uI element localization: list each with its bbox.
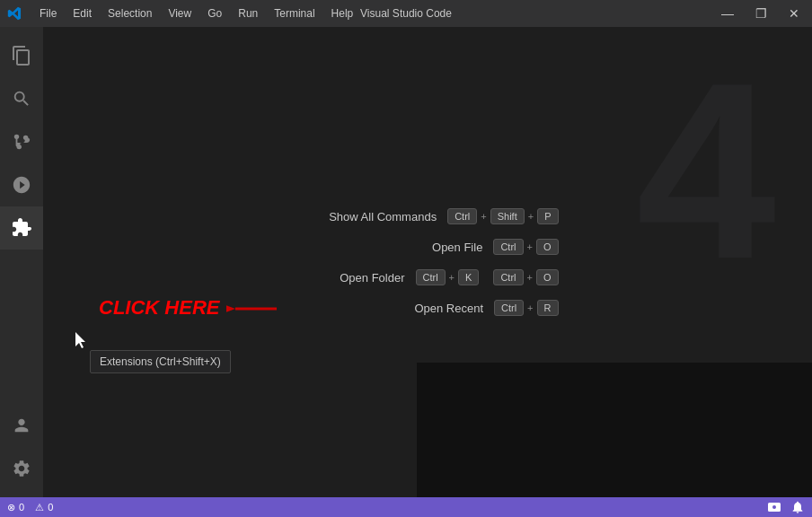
warning-count: 0 — [48, 502, 53, 513]
statusbar-right — [767, 500, 805, 514]
editor-area: 4 Show All Commands Ctrl + Shift + P Ope… — [43, 27, 812, 497]
extensions-tooltip: Extensions (Ctrl+Shift+X) — [90, 350, 231, 373]
statusbar: ⊗ 0 ⚠ 0 — [0, 497, 812, 517]
open-folder-label: Open Folder — [297, 271, 405, 285]
show-all-commands-keys: Ctrl + Shift + P — [447, 208, 558, 224]
key-o2: O — [536, 269, 559, 285]
window-controls: — ❐ ✕ — [716, 4, 805, 22]
account-icon — [12, 416, 31, 435]
error-icon: ⊗ — [7, 502, 15, 513]
dark-decorative-rect — [417, 363, 812, 497]
bell-icon[interactable] — [790, 500, 805, 514]
copy-icon — [11, 45, 32, 66]
main-layout: 4 Show All Commands Ctrl + Shift + P Ope… — [0, 27, 812, 497]
key-ctrl4: Ctrl — [493, 269, 523, 285]
titlebar: File Edit Selection View Go Run Terminal… — [0, 0, 812, 27]
key-ctrl3: Ctrl — [416, 269, 446, 285]
key-ctrl5: Ctrl — [494, 300, 524, 316]
maximize-button[interactable]: ❐ — [750, 4, 772, 22]
plus-separator2: + — [528, 211, 534, 222]
account-activity-icon[interactable] — [0, 404, 43, 447]
plus-sep5: + — [527, 272, 533, 283]
key-shift: Shift — [490, 208, 525, 224]
remote-icon[interactable] — [767, 500, 781, 514]
warning-count-item[interactable]: ⚠ 0 — [35, 502, 53, 513]
explorer-activity-icon[interactable] — [0, 34, 43, 77]
menu-edit[interactable]: Edit — [66, 4, 99, 23]
error-count: 0 — [19, 502, 24, 513]
open-file-keys: Ctrl + O — [493, 239, 558, 255]
key-o: O — [536, 239, 559, 255]
vscode-logo-icon — [7, 6, 22, 21]
extensions-activity-icon[interactable] — [0, 206, 43, 250]
menu-file[interactable]: File — [32, 4, 64, 23]
click-here-annotation: CLICK HERE — [99, 294, 280, 321]
plus-separator: + — [481, 211, 486, 222]
open-recent-label: Open Recent — [375, 302, 483, 315]
settings-activity-icon[interactable] — [0, 447, 43, 490]
menu-view[interactable]: View — [161, 4, 199, 23]
key-ctrl2: Ctrl — [493, 239, 523, 255]
welcome-shortcuts: Show All Commands Ctrl + Shift + P Open … — [297, 208, 559, 316]
shortcut-row-open-recent: Open Recent Ctrl + R — [297, 300, 559, 316]
plus-sep6: + — [527, 302, 533, 313]
close-button[interactable]: ✕ — [783, 4, 805, 22]
run-debug-activity-icon[interactable] — [0, 163, 43, 206]
show-all-commands-label: Show All Commands — [329, 210, 437, 223]
search-activity-icon[interactable] — [0, 77, 43, 120]
plus-sep4: + — [449, 272, 455, 283]
shortcut-row-open-folder: Open Folder Ctrl + K Ctrl + O — [297, 269, 559, 285]
open-file-label: Open File — [375, 241, 482, 254]
activity-bar — [0, 27, 43, 497]
window-title: Visual Studio Code — [360, 7, 452, 20]
key-p: P — [537, 208, 558, 224]
watermark-number: 4 — [636, 45, 776, 296]
key-ctrl: Ctrl — [447, 208, 477, 224]
key-r: R — [537, 300, 559, 316]
cursor-icon — [75, 332, 88, 350]
minimize-button[interactable]: — — [716, 4, 739, 22]
statusbar-left: ⊗ 0 ⚠ 0 — [7, 502, 53, 513]
source-control-icon — [12, 132, 31, 152]
open-recent-keys: Ctrl + R — [494, 300, 559, 316]
error-count-item[interactable]: ⊗ 0 — [7, 502, 24, 513]
cursor — [75, 332, 88, 353]
titlebar-left: File Edit Selection View Go Run Terminal… — [7, 4, 360, 23]
gear-icon — [12, 459, 31, 478]
run-debug-icon — [12, 175, 31, 195]
menu-terminal[interactable]: Terminal — [267, 4, 322, 23]
menu-help[interactable]: Help — [324, 4, 361, 23]
shortcut-row-open-file: Open File Ctrl + O — [297, 239, 559, 255]
source-control-activity-icon[interactable] — [0, 120, 43, 163]
menu-run[interactable]: Run — [231, 4, 265, 23]
search-icon — [12, 89, 31, 109]
tooltip-text: Extensions (Ctrl+Shift+X) — [100, 355, 221, 368]
shortcut-row-commands: Show All Commands Ctrl + Shift + P — [297, 208, 559, 224]
warning-icon: ⚠ — [35, 502, 44, 513]
menu-bar: File Edit Selection View Go Run Terminal… — [32, 4, 360, 23]
open-folder-keys: Ctrl + K Ctrl + O — [416, 269, 559, 285]
click-here-text: CLICK HERE — [99, 296, 219, 320]
menu-selection[interactable]: Selection — [101, 4, 159, 23]
extensions-icon — [11, 217, 32, 239]
menu-go[interactable]: Go — [200, 4, 229, 23]
red-arrow-icon — [226, 296, 280, 321]
plus-sep3: + — [527, 241, 533, 252]
key-k: K — [458, 269, 479, 285]
